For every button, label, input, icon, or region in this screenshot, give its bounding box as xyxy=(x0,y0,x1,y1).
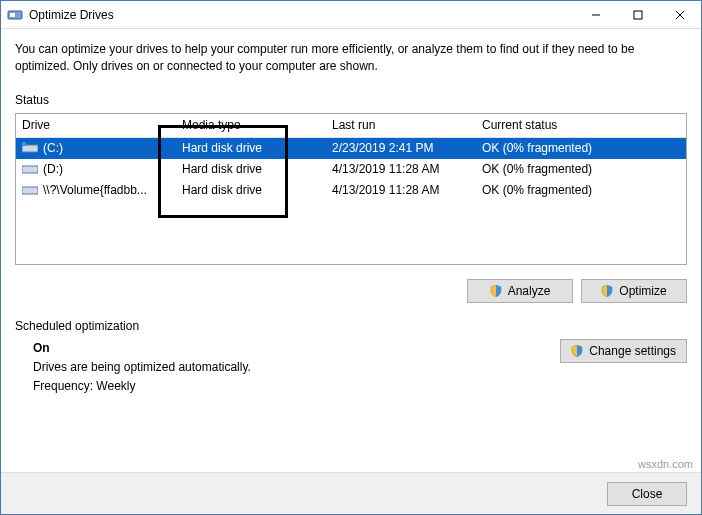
shield-icon xyxy=(571,345,583,357)
drive-last: 4/13/2019 11:28 AM xyxy=(326,183,476,197)
table-row[interactable]: (C:) Hard disk drive 2/23/2019 2:41 PM O… xyxy=(16,138,686,159)
close-button[interactable] xyxy=(659,1,701,28)
svg-rect-8 xyxy=(22,166,38,173)
drives-header-row: Drive Media type Last run Current status xyxy=(16,114,686,138)
svg-rect-7 xyxy=(22,142,26,146)
svg-rect-3 xyxy=(634,11,642,19)
watermark: wsxdn.com xyxy=(638,458,693,470)
svg-rect-9 xyxy=(22,187,38,194)
drives-panel: Drive Media type Last run Current status… xyxy=(15,113,687,265)
scheduled-label: Scheduled optimization xyxy=(15,319,687,333)
close-label: Close xyxy=(632,487,663,501)
svg-rect-6 xyxy=(22,145,38,152)
drive-os-icon xyxy=(22,142,38,154)
scheduled-line1: Drives are being optimized automatically… xyxy=(33,358,540,377)
col-drive[interactable]: Drive xyxy=(16,118,176,132)
action-buttons: Analyze Optimize xyxy=(15,275,687,319)
drive-name: (C:) xyxy=(43,141,63,155)
drive-media: Hard disk drive xyxy=(176,183,326,197)
col-status[interactable]: Current status xyxy=(476,118,686,132)
change-settings-button[interactable]: Change settings xyxy=(560,339,687,363)
drive-status: OK (0% fragmented) xyxy=(476,162,686,176)
drive-icon xyxy=(22,163,38,175)
drive-name: (D:) xyxy=(43,162,63,176)
status-label: Status xyxy=(15,93,687,107)
analyze-button[interactable]: Analyze xyxy=(467,279,573,303)
close-dialog-button[interactable]: Close xyxy=(607,482,687,506)
drive-status: OK (0% fragmented) xyxy=(476,183,686,197)
app-icon xyxy=(7,7,23,23)
titlebar: Optimize Drives xyxy=(1,1,701,29)
intro-text: You can optimize your drives to help you… xyxy=(15,41,687,75)
maximize-button[interactable] xyxy=(617,1,659,28)
change-label: Change settings xyxy=(589,344,676,358)
drives-list[interactable]: Drive Media type Last run Current status… xyxy=(16,114,686,264)
scheduled-state: On xyxy=(33,339,540,358)
footer: Close xyxy=(1,472,701,514)
minimize-button[interactable] xyxy=(575,1,617,28)
drive-last: 2/23/2019 2:41 PM xyxy=(326,141,476,155)
window-controls xyxy=(575,1,701,28)
maximize-icon xyxy=(633,10,643,20)
window-title: Optimize Drives xyxy=(29,8,575,22)
svg-rect-1 xyxy=(10,13,15,17)
table-row[interactable]: (D:) Hard disk drive 4/13/2019 11:28 AM … xyxy=(16,159,686,180)
optimize-label: Optimize xyxy=(619,284,666,298)
drive-last: 4/13/2019 11:28 AM xyxy=(326,162,476,176)
content-area: You can optimize your drives to help you… xyxy=(1,29,701,396)
analyze-label: Analyze xyxy=(508,284,551,298)
scheduled-text: On Drives are being optimized automatica… xyxy=(33,339,540,397)
col-media[interactable]: Media type xyxy=(176,118,326,132)
shield-icon xyxy=(601,285,613,297)
close-icon xyxy=(675,10,685,20)
table-row[interactable]: \\?\Volume{ffadbb... Hard disk drive 4/1… xyxy=(16,180,686,201)
scheduled-row: On Drives are being optimized automatica… xyxy=(15,339,687,397)
drive-name: \\?\Volume{ffadbb... xyxy=(43,183,147,197)
drive-status: OK (0% fragmented) xyxy=(476,141,686,155)
drive-media: Hard disk drive xyxy=(176,141,326,155)
drive-media: Hard disk drive xyxy=(176,162,326,176)
minimize-icon xyxy=(591,10,601,20)
scheduled-line2: Frequency: Weekly xyxy=(33,377,540,396)
shield-icon xyxy=(490,285,502,297)
col-last-run[interactable]: Last run xyxy=(326,118,476,132)
optimize-button[interactable]: Optimize xyxy=(581,279,687,303)
drive-icon xyxy=(22,184,38,196)
